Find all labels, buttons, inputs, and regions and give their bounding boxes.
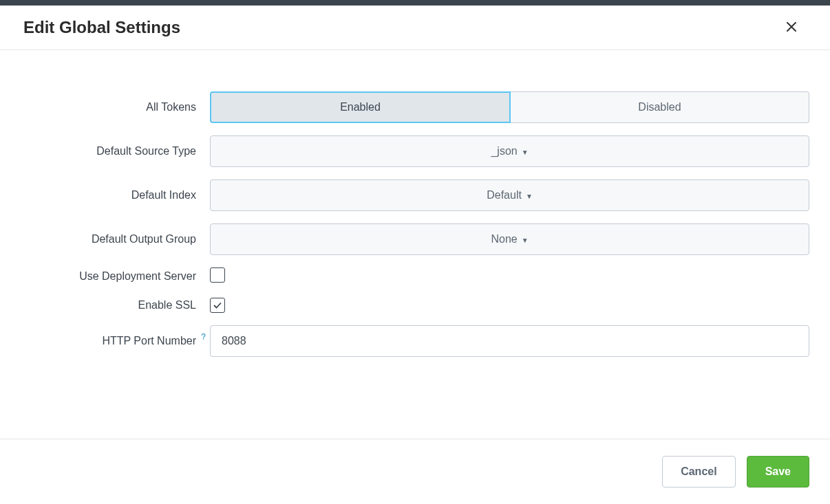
default-output-group-dropdown[interactable]: None ▼ [210, 223, 809, 255]
label-http-port: HTTP Port Number ? [21, 335, 210, 347]
default-source-type-dropdown[interactable]: _json ▼ [210, 135, 809, 167]
help-icon[interactable]: ? [201, 332, 206, 342]
label-default-index: Default Index [21, 189, 210, 201]
row-enable-ssl: Enable SSL [21, 298, 809, 313]
all-tokens-disabled-button[interactable]: Disabled [511, 91, 809, 123]
row-default-output-group: Default Output Group None ▼ [21, 223, 809, 255]
modal-footer: Cancel Save [0, 439, 830, 504]
label-http-port-text: HTTP Port Number [102, 335, 196, 347]
http-port-input[interactable] [210, 325, 809, 357]
enable-ssl-checkbox[interactable] [210, 298, 225, 313]
all-tokens-enabled-button[interactable]: Enabled [210, 91, 511, 123]
caret-down-icon: ▼ [522, 149, 529, 156]
row-use-deployment-server: Use Deployment Server [21, 267, 809, 285]
all-tokens-toggle: Enabled Disabled [210, 91, 809, 123]
modal-body: All Tokens Enabled Disabled Default Sour… [0, 50, 830, 439]
label-all-tokens: All Tokens [21, 101, 210, 113]
label-enable-ssl: Enable SSL [21, 299, 210, 311]
caret-down-icon: ▼ [522, 237, 529, 244]
control-all-tokens: Enabled Disabled [210, 91, 809, 123]
modal-title: Edit Global Settings [23, 18, 180, 37]
row-all-tokens: All Tokens Enabled Disabled [21, 91, 809, 123]
row-default-source-type: Default Source Type _json ▼ [21, 135, 809, 167]
default-index-dropdown[interactable]: Default ▼ [210, 179, 809, 211]
default-output-group-value: None [491, 233, 517, 245]
row-http-port: HTTP Port Number ? [21, 325, 809, 357]
label-default-output-group: Default Output Group [21, 233, 210, 245]
edit-global-settings-modal: Edit Global Settings All Tokens Enabled … [0, 6, 830, 504]
save-button[interactable]: Save [747, 456, 809, 487]
default-index-value: Default [487, 189, 522, 201]
label-default-source-type: Default Source Type [21, 145, 210, 157]
label-use-deployment-server: Use Deployment Server [21, 270, 210, 283]
close-icon[interactable] [783, 18, 800, 37]
row-default-index: Default Index Default ▼ [21, 179, 809, 211]
cancel-button[interactable]: Cancel [662, 456, 735, 487]
default-source-type-value: _json [491, 145, 517, 157]
use-deployment-server-checkbox[interactable] [210, 267, 225, 283]
modal-header: Edit Global Settings [0, 6, 830, 50]
caret-down-icon: ▼ [526, 193, 533, 200]
